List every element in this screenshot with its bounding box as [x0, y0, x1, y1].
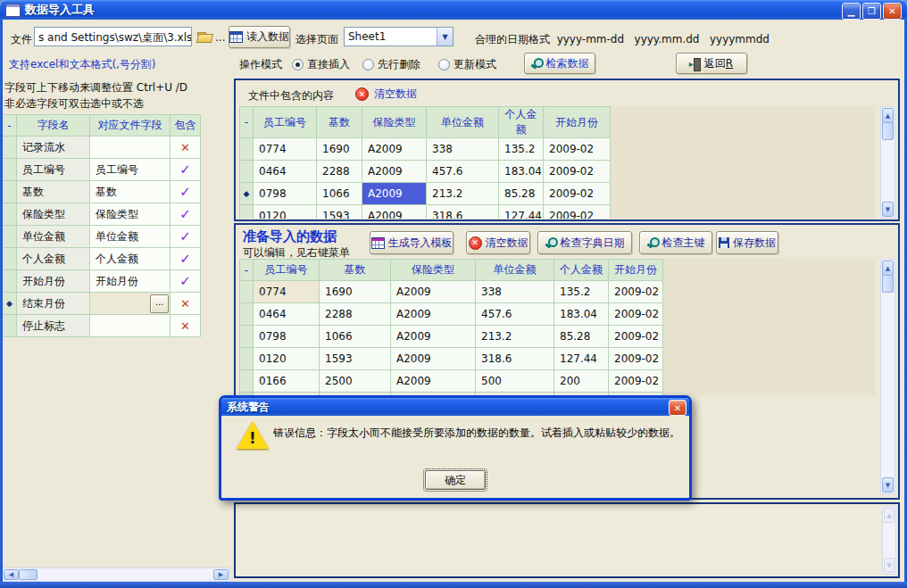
cell[interactable]: 2009-02 — [544, 205, 611, 219]
cell[interactable]: 338 — [476, 281, 554, 303]
cell[interactable]: 457.6 — [427, 161, 499, 183]
scroll-down-icon[interactable]: ▼ — [882, 477, 894, 493]
ok-button[interactable]: 确定 — [425, 470, 486, 490]
cell[interactable]: 85.28 — [499, 183, 544, 205]
cell[interactable]: 200 — [554, 370, 609, 393]
cell[interactable]: 213.2 — [476, 326, 554, 348]
cell[interactable]: A2009 — [362, 138, 427, 161]
cell[interactable]: 2288 — [320, 303, 391, 326]
chevron-down-icon[interactable]: ▼ — [437, 28, 453, 46]
included-cell[interactable]: ✕ — [171, 137, 201, 159]
title-bar[interactable]: 数据导入工具 — [0, 0, 907, 20]
cell[interactable]: 0464 — [254, 161, 317, 183]
minimize-button[interactable]: ▁ — [842, 3, 861, 20]
included-cell[interactable]: ✓ — [171, 181, 201, 203]
cell[interactable]: 318.6 — [476, 348, 554, 370]
file-path-input[interactable]: s and Settings\swz\桌面\3.xls — [34, 27, 192, 46]
close-button[interactable]: ✕ — [883, 3, 902, 20]
radio-update-mode-label[interactable]: 更新模式 — [454, 57, 496, 72]
cell[interactable]: 0120 — [254, 348, 320, 370]
cell[interactable]: 2009-02 — [609, 281, 663, 303]
cell[interactable]: 0774 — [254, 138, 317, 161]
cell[interactable]: 183.04 — [499, 161, 544, 183]
scroll-up-icon[interactable]: ▲ — [882, 261, 894, 276]
cell[interactable]: 338 — [427, 138, 499, 161]
cell[interactable]: 127.44 — [554, 348, 609, 370]
clear-import-data-button[interactable]: ✕ 清空数据 — [466, 231, 530, 254]
scrollbar-thumb[interactable] — [882, 122, 894, 140]
cell[interactable]: 2009-02 — [544, 183, 611, 205]
cell[interactable]: 127.44 — [499, 205, 544, 219]
radio-direct-insert[interactable] — [292, 59, 304, 70]
left-horizontal-scrollbar[interactable]: ◀ ▶ — [2, 567, 230, 582]
scroll-right-icon[interactable]: ▶ — [213, 569, 229, 580]
mapped-field-cell[interactable] — [90, 137, 171, 159]
cell[interactable]: 183.04 — [554, 303, 609, 326]
cell[interactable]: 1690 — [317, 138, 362, 161]
radio-direct-insert-label[interactable]: 直接插入 — [307, 57, 350, 72]
cell[interactable]: 1066 — [317, 183, 362, 205]
generate-template-button[interactable]: 生成导入模板 — [370, 231, 454, 254]
scroll-left-icon[interactable]: ◀ — [4, 569, 19, 580]
field-name-cell[interactable]: 记录流水 — [17, 137, 90, 159]
cell[interactable]: 0166 — [254, 370, 320, 393]
mapped-field-cell[interactable]: 个人金额 — [90, 248, 171, 270]
mapped-field-cell[interactable]: 保险类型 — [90, 203, 171, 226]
cell[interactable]: 0464 — [254, 303, 320, 326]
import-vertical-scrollbar[interactable]: ▲ ▼ — [880, 259, 895, 494]
log-panel[interactable]: ▲ ▼ — [234, 502, 900, 578]
mapped-field-cell[interactable] — [90, 315, 171, 337]
cell[interactable]: 135.2 — [499, 138, 544, 161]
included-cell[interactable]: ✓ — [171, 248, 201, 270]
included-cell[interactable]: ✓ — [171, 203, 201, 226]
dialog-title-bar[interactable]: 系统警告 — [221, 398, 689, 416]
cell[interactable]: A2009 — [391, 348, 476, 370]
clear-source-data-button[interactable]: ✕ 清空数据 — [355, 87, 417, 102]
field-name-cell[interactable]: 结束月份 — [17, 293, 90, 315]
cell[interactable]: A2009 — [391, 326, 476, 348]
cell[interactable]: 1690 — [320, 281, 391, 303]
ellipsis-button[interactable]: ... — [150, 294, 169, 313]
field-name-cell[interactable]: 单位金额 — [17, 226, 90, 248]
cell[interactable]: 1593 — [317, 205, 362, 219]
cell[interactable]: 457.6 — [476, 303, 554, 326]
field-name-cell[interactable]: 保险类型 — [17, 203, 90, 226]
cell[interactable]: 85.28 — [554, 326, 609, 348]
browse-button[interactable]: ... — [197, 31, 225, 44]
source-vertical-scrollbar[interactable]: ▲ ▼ — [880, 106, 895, 219]
cell[interactable]: 500 — [476, 370, 554, 393]
mapped-field-cell[interactable]: 单位金额 — [90, 226, 171, 248]
cell[interactable]: 0120 — [254, 205, 317, 219]
cell[interactable]: A2009 — [391, 370, 476, 393]
included-cell[interactable]: ✓ — [171, 226, 201, 248]
included-cell[interactable]: ✓ — [171, 270, 201, 293]
field-name-cell[interactable]: 基数 — [17, 181, 90, 203]
cell[interactable]: 2009-02 — [609, 370, 663, 393]
field-name-cell[interactable]: 员工编号 — [17, 159, 90, 181]
check-primary-key-button[interactable]: 检查主键 — [639, 231, 712, 254]
cell[interactable]: 2009-02 — [609, 303, 663, 326]
mapped-field-cell[interactable]: 基数 — [90, 181, 171, 203]
cell[interactable]: A2009 — [391, 281, 476, 303]
cell[interactable]: A2009 — [362, 205, 427, 219]
cell[interactable]: 318.6 — [427, 205, 499, 219]
cell[interactable]: 0798 — [254, 183, 317, 205]
cell[interactable]: 0798 — [254, 326, 320, 348]
dialog-close-button[interactable]: ✕ — [669, 400, 686, 416]
scroll-down-icon[interactable]: ▼ — [882, 202, 894, 217]
cell[interactable]: A2009 — [362, 183, 427, 205]
mapped-field-cell[interactable]: 开始月份 — [90, 270, 171, 293]
cell[interactable]: 2009-02 — [609, 326, 663, 348]
cell[interactable]: 2009-02 — [544, 138, 611, 161]
radio-delete-first[interactable] — [362, 59, 374, 70]
check-dict-date-button[interactable]: 检查字典日期 — [537, 231, 632, 254]
maximize-button[interactable]: ❒ — [862, 3, 881, 20]
field-name-cell[interactable]: 个人金额 — [17, 248, 90, 270]
save-data-button[interactable]: 保存数据 — [716, 231, 778, 254]
cell[interactable]: 213.2 — [427, 183, 499, 205]
scroll-up-icon[interactable]: ▲ — [882, 108, 894, 123]
cell[interactable]: 2500 — [320, 370, 391, 393]
search-data-button[interactable]: 检索数据 — [524, 53, 595, 74]
cell[interactable]: 135.2 — [554, 281, 609, 303]
included-cell[interactable]: ✕ — [171, 293, 201, 315]
